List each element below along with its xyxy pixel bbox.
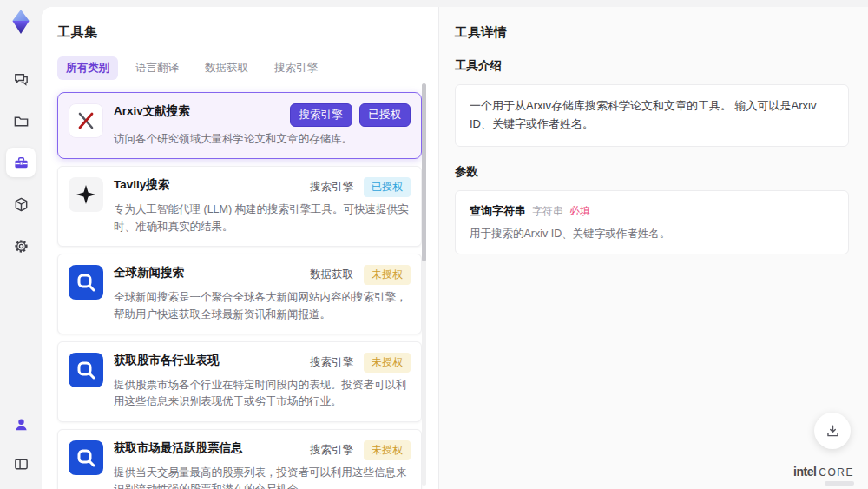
intel-wordmark: intel [793, 465, 816, 479]
chat-icon[interactable] [6, 64, 36, 94]
tool-description: 访问各个研究领域大量科学论文和文章的存储库。 [114, 131, 411, 148]
blue-search-icon [69, 440, 103, 475]
status-badge-unauthorized: 未授权 [364, 440, 411, 460]
tab-search-engine[interactable]: 搜索引擎 [266, 56, 326, 80]
toolbox-icon-active[interactable] [6, 148, 36, 177]
tool-card-active-stocks[interactable]: 获取市场最活跃股票信息 搜索引擎 未授权 提供当天交易量最高的股票列表，投资者可… [57, 429, 422, 489]
category-tabs: 所有类别 语言翻译 数据获取 搜索引擎 [57, 56, 438, 80]
blue-search-icon [69, 265, 103, 300]
cube-icon[interactable] [6, 189, 36, 219]
download-button[interactable] [814, 413, 851, 449]
tool-category: 搜索引擎 [310, 180, 353, 195]
sidebar-nav [6, 64, 36, 261]
arxiv-icon [69, 103, 103, 138]
tab-all-categories[interactable]: 所有类别 [57, 56, 118, 80]
list-scrollbar[interactable] [422, 83, 426, 486]
intro-section-label: 工具介绍 [455, 58, 849, 74]
sidebar [0, 0, 42, 489]
tool-description: 提供股票市场各个行业在特定时间段内的表现。投资者可以利用这些信息来识别表现优于或… [114, 377, 411, 411]
tool-category: 搜索引擎 [310, 443, 353, 458]
tool-category: 搜索引擎 [310, 355, 353, 370]
tool-detail-pane: 工具详情 工具介绍 一个用于从Arxiv存储库搜索科学论文和文章的工具。 输入可… [438, 7, 868, 489]
tool-name: 获取股市各行业表现 [114, 353, 220, 368]
tool-intro-text: 一个用于从Arxiv存储库搜索科学论文和文章的工具。 输入可以是Arxiv ID… [455, 84, 849, 147]
param-required-flag: 必填 [569, 204, 590, 219]
app-logo-icon [8, 9, 34, 35]
params-section-label: 参数 [455, 164, 849, 180]
tool-name: Tavily搜索 [114, 177, 169, 193]
scrollbar-thumb[interactable] [422, 83, 426, 261]
user-avatar-icon[interactable] [6, 409, 36, 439]
main-content: 工具集 所有类别 语言翻译 数据获取 搜索引擎 [42, 7, 868, 489]
app-window: 工具集 所有类别 语言翻译 数据获取 搜索引擎 [0, 0, 868, 489]
tool-card-global-news[interactable]: 全球新闻搜索 数据获取 未授权 全球新闻搜索是一个聚合全球各大新闻网站内容的搜索… [57, 254, 422, 334]
tool-list: Arxiv文献搜索 搜索引擎 已授权 访问各个研究领域大量科学论文和文章的存储库… [57, 92, 422, 489]
tab-data-fetch[interactable]: 数据获取 [196, 56, 257, 80]
tool-name: 获取市场最活跃股票信息 [114, 440, 243, 456]
tool-description: 全球新闻搜索是一个聚合全球各大新闻网站内容的搜索引擎，帮助用户快速获取全球最新资… [114, 289, 411, 323]
core-wordmark: core [819, 466, 854, 479]
tavily-sparkle-icon [69, 177, 103, 212]
intel-core-logo: intel core [793, 465, 854, 479]
gear-icon[interactable] [6, 231, 36, 261]
tool-card-sector-performance[interactable]: 获取股市各行业表现 搜索引擎 未授权 提供股票市场各个行业在特定时间段内的表现。… [57, 341, 422, 422]
intel-logo-subtag [825, 481, 854, 486]
tab-language-translation[interactable]: 语言翻译 [127, 56, 187, 80]
sidebar-bottom [6, 409, 36, 479]
detail-title: 工具详情 [455, 24, 849, 41]
panel-toggle-icon[interactable] [6, 449, 36, 479]
tool-name: Arxiv文献搜索 [114, 103, 190, 119]
tool-card-arxiv[interactable]: Arxiv文献搜索 搜索引擎 已授权 访问各个研究领域大量科学论文和文章的存储库… [57, 92, 422, 159]
tool-category: 数据获取 [310, 268, 353, 282]
param-name: 查询字符串 [470, 203, 526, 219]
param-description: 用于搜索的Arxiv ID、关键字或作者姓名。 [470, 227, 834, 241]
folder-icon[interactable] [6, 106, 36, 135]
tool-description: 专为人工智能代理 (LLM) 构建的搜索引擎工具。可快速提供实时、准确和真实的结… [114, 202, 411, 235]
param-type: 字符串 [532, 204, 563, 219]
tool-description: 提供当天交易量最高的股票列表，投资者可以利用这些信息来识别流动性强的股票和潜在的… [114, 465, 411, 489]
status-badge-authorized: 已授权 [364, 177, 411, 197]
tool-card-tavily[interactable]: Tavily搜索 搜索引擎 已授权 专为人工智能代理 (LLM) 构建的搜索引擎… [57, 166, 422, 247]
tool-list-pane: 工具集 所有类别 语言翻译 数据获取 搜索引擎 [42, 7, 438, 489]
status-badge-unauthorized: 未授权 [364, 265, 411, 285]
status-badge-unauthorized: 未授权 [364, 353, 411, 373]
category-button[interactable]: 搜索引擎 [290, 103, 352, 127]
page-title: 工具集 [57, 24, 438, 41]
authorized-button[interactable]: 已授权 [359, 103, 411, 127]
blue-search-icon [69, 353, 103, 387]
tool-name: 全球新闻搜索 [114, 265, 184, 281]
parameter-card: 查询字符串 字符串 必填 用于搜索的Arxiv ID、关键字或作者姓名。 [455, 190, 849, 254]
